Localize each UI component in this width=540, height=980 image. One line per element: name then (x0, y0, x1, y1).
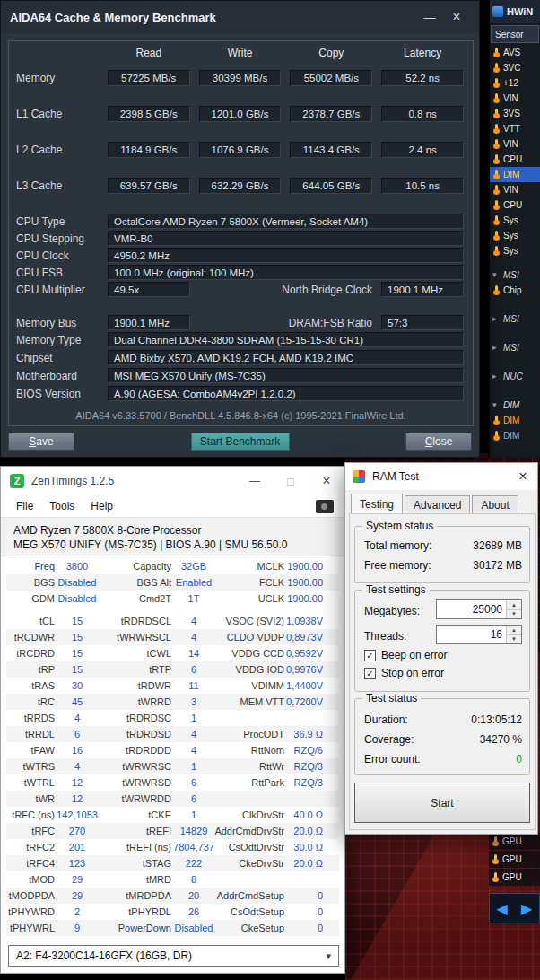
close-button[interactable]: Close (405, 433, 472, 451)
timing-value: 15 (55, 661, 100, 678)
copy-value: 55002 MB/s (290, 70, 372, 86)
sensor-item[interactable]: DIM (490, 167, 540, 182)
minimize-icon[interactable] (416, 11, 443, 24)
tree-node-icon (492, 415, 501, 426)
tab[interactable]: Advanced (405, 495, 470, 513)
sensor-item[interactable]: Sys (490, 243, 540, 258)
sensor-item-label: DIM (503, 170, 519, 179)
timing-value: 201 (55, 839, 100, 855)
sensor-item[interactable]: AVS (490, 45, 540, 60)
screenshot-icon[interactable] (316, 500, 334, 513)
prev-page-arrow-button[interactable] (490, 894, 515, 923)
info-label: CPU Multiplier (16, 284, 108, 296)
sensor-tree-item[interactable]: NUC (490, 369, 540, 384)
maximize-icon[interactable] (273, 467, 309, 495)
sensor-list: AVS 3VC +12 VIN (490, 45, 540, 258)
menu-item[interactable]: File (8, 500, 41, 512)
menu-item[interactable]: Tools (41, 500, 83, 512)
tree-node-icon (492, 313, 501, 325)
timing-label: CkeDrvStr (216, 855, 284, 871)
write-value: 1201.0 GB/s (199, 106, 282, 122)
tab[interactable]: About (472, 495, 518, 513)
decrement-button[interactable] (507, 635, 521, 644)
close-icon[interactable] (443, 9, 470, 25)
minimize-icon[interactable] (237, 467, 273, 495)
menu-item[interactable]: Help (83, 500, 121, 512)
sensor-item-label: Sys (503, 231, 518, 241)
timing-label: tRFC (6, 823, 55, 839)
aida64-titlebar[interactable]: AIDA64 Cache & Memory Benchmark (1, 1, 479, 33)
timing-value: 6 (171, 774, 216, 791)
group-title: Test settings (362, 583, 430, 596)
timing-label: tRRDL (6, 726, 55, 742)
thermometer-icon (492, 214, 501, 226)
sensor-item[interactable]: VIN (490, 136, 540, 152)
cpu-multiplier-row: CPU Multiplier 49.5x North Bridge Clock … (16, 282, 473, 297)
sensor-section-header[interactable]: Sensor (491, 25, 539, 43)
sensor-item[interactable]: VIN (490, 91, 540, 106)
hwinfo-titlebar[interactable]: HWiN (490, 0, 540, 23)
clocks-row: Freq 3800 Capacity 32GB MCLK 1900.00 (6, 558, 339, 574)
zentimings-titlebar[interactable]: Z ZenTimings 1.2.5 (1, 467, 344, 495)
timing-value: 2 (55, 904, 100, 920)
beep-on-error-checkbox[interactable]: Beep on error (364, 648, 447, 662)
gpu-sensor-item[interactable]: GPU (489, 851, 540, 868)
timing-value: 142,1053 (55, 807, 100, 823)
group-title: Test status (362, 692, 421, 704)
timing-row: tRRDS 4 tRDRDSC 1 (6, 710, 339, 726)
tab[interactable]: Testing (351, 494, 403, 513)
sensor-item[interactable]: VTT (490, 121, 540, 136)
sensor-item[interactable]: VIN (490, 182, 540, 197)
megabytes-value[interactable]: 25000 (437, 600, 506, 618)
ramtest-title: RAM Test (372, 470, 509, 483)
latency-value: 0.8 ns (381, 106, 464, 122)
benchmark-row-label: Memory (16, 72, 108, 84)
sensor-tree-item[interactable]: MSI (490, 267, 540, 283)
threads-input[interactable]: 16 (436, 625, 522, 644)
close-icon[interactable] (309, 467, 344, 495)
thermometer-icon (492, 184, 501, 196)
thermometer-icon (492, 199, 501, 211)
timing-value: 30 (55, 678, 100, 694)
timing-label: VDIMM (216, 678, 284, 694)
sensor-tree-item[interactable]: MSI (490, 311, 540, 327)
timing-label: VSOC (SVI2) (216, 613, 284, 629)
sensor-item[interactable]: 3VC (490, 60, 540, 75)
timing-row: tRFC 270 tREFI 14829 AddrCmdDrvStr 20.0 … (6, 823, 339, 839)
sensor-item[interactable]: 3VS (490, 106, 540, 121)
increment-button[interactable] (507, 600, 521, 610)
timing-value: 20.0 Ω (284, 855, 335, 871)
sensor-item[interactable]: +12 (490, 75, 540, 91)
sensor-tree-item[interactable]: DIM (490, 398, 540, 413)
decrement-button[interactable] (507, 610, 521, 619)
timing-label: tWRRD (100, 694, 171, 710)
timing-value: 0 (284, 904, 335, 920)
start-benchmark-button[interactable]: Start Benchmark (191, 433, 290, 451)
sensor-tree-item[interactable]: DIM (490, 428, 540, 443)
timing-label: tRC (6, 694, 55, 710)
increment-button[interactable] (507, 626, 521, 635)
next-page-arrow-button[interactable] (515, 894, 540, 923)
timing-value: RZQ/3 (284, 758, 335, 774)
timing-row: tWTRS 4 tWRWRSC 1 RttWr RZQ/3 (6, 758, 339, 774)
dimm-selector[interactable]: A2: F4-3200C14-16GFX (16GB, DR) (8, 945, 339, 967)
sensor-item[interactable]: Sys (490, 213, 540, 228)
start-button[interactable]: Start (354, 783, 530, 823)
sensor-item[interactable]: Sys (490, 228, 540, 243)
timing-label: tWRWRSCL (100, 629, 171, 645)
sensor-tree-item[interactable]: MSI (490, 340, 540, 355)
gpu-sensor-item[interactable]: GPU (489, 833, 540, 850)
megabytes-input[interactable]: 25000 (436, 599, 522, 619)
stop-on-error-checkbox[interactable]: Stop on error (364, 666, 444, 680)
save-button[interactable]: Save (8, 433, 74, 451)
sensor-item[interactable]: CPU (490, 152, 540, 167)
thermometer-icon (492, 92, 501, 104)
ramtest-titlebar[interactable]: RAM Test (345, 463, 537, 490)
close-icon[interactable] (509, 463, 537, 490)
timing-label: tRFC4 (6, 855, 55, 871)
sensor-item[interactable]: CPU (490, 197, 540, 213)
threads-value[interactable]: 16 (437, 626, 506, 643)
sensor-tree-item[interactable]: Chip (490, 283, 540, 298)
sensor-tree-item[interactable]: DIM (490, 413, 540, 428)
gpu-sensor-item[interactable]: GPU (489, 869, 540, 886)
